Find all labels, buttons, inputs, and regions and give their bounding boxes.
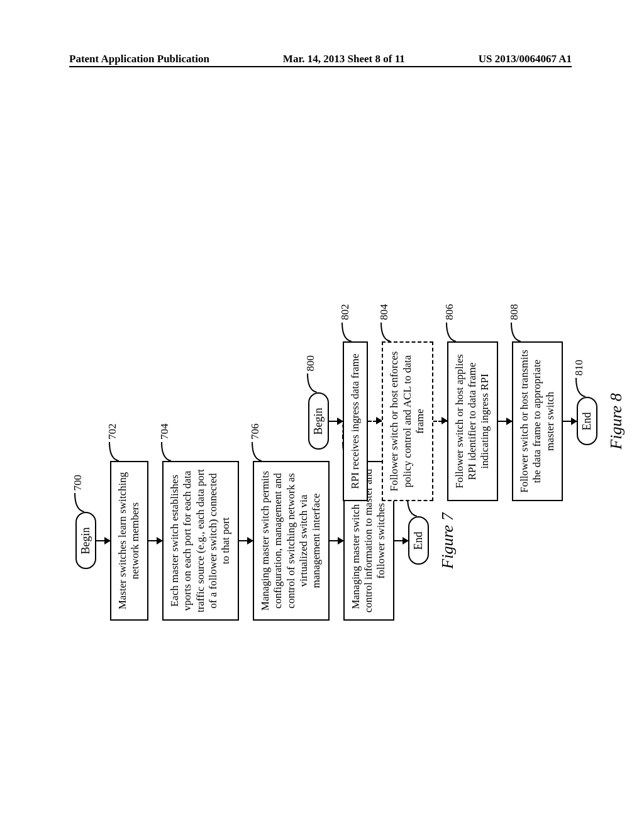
fig7-ref-3-label: 706 [249,424,262,440]
fig8-ref-end: 810 [573,360,586,397]
arrow-down-icon [563,421,577,422]
fig7-ref-3: 706 [249,424,262,462]
fig7-ref-1: 702 [106,424,119,462]
page-header: Patent Application Publication Mar. 14, … [0,53,644,65]
fig7-begin: Begin [75,512,96,570]
fig7-ref-1-label: 702 [106,424,119,440]
fig8-ref-3: 806 [443,304,456,342]
header-mid: Mar. 14, 2013 Sheet 8 of 11 [283,53,405,65]
fig7-ref-2-label: 704 [158,424,171,440]
fig8-ref-begin: 800 [304,355,317,393]
fig8-end: End [577,397,597,446]
fig8-ref-begin-label: 800 [304,355,317,372]
fig8-step-3: Follower switch or host applies RPI iden… [447,341,498,501]
fig8-ref-end-label: 810 [573,360,586,376]
fig7-step-1: Master switches learn switching network … [110,461,148,621]
fig8-step-1: RPI receives ingress data frame [343,341,368,501]
fig8-ref-4: 808 [508,304,521,342]
fig8-ref-3-label: 806 [443,304,456,321]
fig7-ref-begin-label: 700 [72,475,84,491]
fig7-ref-2: 704 [158,424,171,462]
arrow-down-dashed-icon [368,421,382,422]
header-left: Patent Application Publication [69,53,209,65]
fig8-step-2-dashed: Follower switch or host enforces policy … [382,341,433,501]
fig8-ref-2: 804 [378,304,391,342]
fig8-ref-2-label: 804 [378,304,391,321]
fig8-ref-4-label: 808 [508,304,521,321]
fig8-step-4: Follower switch or host transmits the da… [512,341,563,501]
fig8-caption: Figure 8 [607,393,626,449]
fig8-begin: Begin [308,393,329,450]
fig8-ref-1: 802 [339,304,352,342]
fig7-ref-begin: 700 [72,475,84,512]
arrow-down-icon [148,540,162,541]
header-rule [69,66,572,67]
arrow-down-icon [329,421,343,422]
header-right: US 2013/0064067 A1 [479,53,572,65]
arrow-down-icon [498,421,512,422]
arrow-down-dashed-icon [433,421,447,422]
fig8-ref-1-label: 802 [339,304,352,321]
figure-8: Begin 800 RPI receives ingress data fram… [308,245,626,597]
figure-area: Begin 700 Master switches learn switchin… [0,88,644,792]
arrow-down-icon [96,540,110,541]
fig7-step-2: Each master switch establishes vports on… [162,461,239,621]
arrow-down-icon [239,540,253,541]
